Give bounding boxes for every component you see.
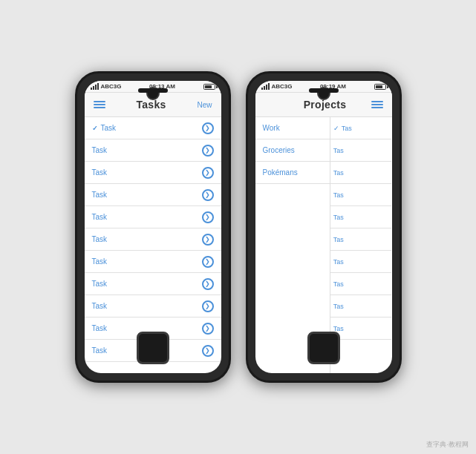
task-arrow-1[interactable]: ❯ — [202, 145, 214, 157]
status-left-2: ABC3G — [261, 83, 293, 90]
task-item-9[interactable]: Task ❯ — [85, 318, 221, 340]
project-label-work: Work — [263, 124, 280, 132]
task-label-2: Task — [92, 168, 108, 177]
hamburger-line-p2 — [371, 104, 383, 105]
task-item-0[interactable]: ✓ Task ❯ — [85, 117, 221, 139]
task-arrow-7[interactable]: ❯ — [202, 278, 214, 290]
task-label-10: Task — [92, 346, 108, 355]
task-item-4[interactable]: Task ❯ — [85, 206, 221, 228]
task-label-5: Task — [92, 235, 108, 243]
task-item-8[interactable]: Task ❯ — [85, 295, 221, 318]
preview-task-6[interactable]: Tas — [330, 251, 392, 273]
task-item-2[interactable]: Task ❯ — [85, 162, 221, 184]
signal-label-1: ABC3G — [101, 83, 122, 90]
status-right-1 — [203, 84, 215, 90]
status-left-1: ABC3G — [91, 83, 122, 90]
task-arrow-8[interactable]: ❯ — [202, 300, 214, 312]
project-label-groceries: Groceries — [263, 146, 295, 154]
task-list: ✓ Task ❯ Task ❯ Task ❯ — [85, 117, 221, 373]
task-left-10: Task — [92, 346, 108, 355]
task-item-10[interactable]: Task ❯ — [85, 340, 221, 362]
task-arrow-2[interactable]: ❯ — [202, 167, 214, 179]
task-arrow-6[interactable]: ❯ — [202, 256, 214, 268]
task-arrow-9[interactable]: ❯ — [202, 323, 214, 335]
battery-fill-2 — [376, 85, 383, 88]
signal-bar-p4 — [268, 83, 270, 90]
task-left-7: Task — [92, 280, 108, 288]
status-right-2 — [374, 84, 386, 90]
task-left-4: Task — [92, 213, 108, 221]
task-label-3: Task — [92, 191, 108, 199]
preview-label-7: Tas — [333, 280, 344, 288]
signal-bars-1 — [91, 83, 99, 90]
signal-bar-p3 — [266, 85, 267, 90]
project-label-pokemans: Pokémans — [263, 168, 298, 177]
task-left-2: Task — [92, 168, 108, 177]
hamburger-line-1 — [94, 101, 105, 102]
task-left-5: Task — [92, 235, 108, 243]
preview-task-4[interactable]: Tas — [330, 206, 392, 228]
signal-bars-2 — [261, 83, 270, 90]
preview-label-9: Tas — [333, 325, 344, 332]
task-label-4: Task — [92, 213, 108, 221]
task-label-9: Task — [92, 324, 108, 332]
signal-bar-p1 — [261, 88, 263, 90]
screen-projects: ABC3G 09:19 AM Projects — [255, 81, 392, 373]
task-arrow-0[interactable]: ❯ — [202, 122, 214, 134]
hamburger-menu-button-2[interactable] — [371, 101, 383, 108]
signal-bar-p2 — [264, 86, 265, 90]
preview-label-8: Tas — [333, 303, 344, 310]
projects-pane: Work Groceries Pokémans — [255, 117, 330, 373]
task-label-0: Task — [101, 124, 117, 132]
task-item-6[interactable]: Task ❯ — [85, 251, 221, 273]
preview-task-5[interactable]: Tas — [330, 228, 392, 251]
hamburger-line-2 — [94, 104, 105, 105]
preview-task-9[interactable]: Tas — [330, 318, 392, 340]
task-arrow-10[interactable]: ❯ — [202, 345, 214, 357]
battery-fill-1 — [205, 85, 212, 88]
task-item-5[interactable]: Task ❯ — [85, 228, 221, 251]
hamburger-line-3 — [94, 107, 105, 108]
task-left-0: ✓ Task — [92, 124, 117, 132]
preview-task-7[interactable]: Tas — [330, 273, 392, 295]
task-item-3[interactable]: Task ❯ — [85, 184, 221, 206]
tasks-preview-pane: ✓ Tas Tas Tas Tas Tas — [330, 117, 392, 373]
task-checkmark-0: ✓ — [92, 125, 98, 132]
project-item-groceries[interactable]: Groceries — [255, 139, 330, 162]
task-arrow-3[interactable]: ❯ — [202, 189, 214, 201]
task-arrow-4[interactable]: ❯ — [202, 211, 214, 223]
task-item-7[interactable]: Task ❯ — [85, 273, 221, 295]
signal-bar-3 — [95, 85, 97, 90]
task-left-6: Task — [92, 257, 108, 266]
preview-label-3: Tas — [333, 191, 344, 199]
task-arrow-5[interactable]: ❯ — [202, 234, 214, 246]
signal-bar-2 — [93, 86, 94, 90]
watermark: 查字典·教程网 — [426, 440, 469, 450]
phone-tasks: ABC3G 09:13 AM Tasks New — [75, 71, 231, 383]
task-item-1[interactable]: Task ❯ — [85, 139, 221, 162]
task-label-6: Task — [92, 257, 108, 266]
preview-task-0[interactable]: ✓ Tas — [330, 117, 392, 139]
preview-label-1: Tas — [333, 147, 344, 154]
preview-task-8[interactable]: Tas — [330, 295, 392, 318]
nav-title-projects: Projects — [304, 99, 347, 111]
preview-task-1[interactable]: Tas — [330, 139, 392, 162]
screen-tasks: ABC3G 09:13 AM Tasks New — [85, 81, 221, 373]
task-left-1: Task — [92, 146, 108, 154]
project-item-pokemans[interactable]: Pokémans — [255, 162, 330, 184]
preview-label-5: Tas — [333, 236, 344, 243]
phone-projects: ABC3G 09:19 AM Projects — [246, 71, 402, 383]
battery-2 — [374, 84, 386, 90]
project-item-work[interactable]: Work — [255, 117, 330, 139]
preview-label-4: Tas — [333, 214, 344, 221]
speaker-bar-2 — [309, 88, 339, 93]
hamburger-menu-button[interactable] — [94, 101, 105, 108]
task-label-1: Task — [92, 146, 108, 154]
nav-bar-tasks: Tasks New — [85, 93, 221, 117]
preview-task-2[interactable]: Tas — [330, 162, 392, 184]
new-button[interactable]: New — [197, 101, 212, 109]
preview-task-3[interactable]: Tas — [330, 184, 392, 206]
hamburger-line-p3 — [371, 107, 383, 108]
hamburger-line-p1 — [371, 101, 383, 102]
task-label-8: Task — [92, 302, 108, 310]
